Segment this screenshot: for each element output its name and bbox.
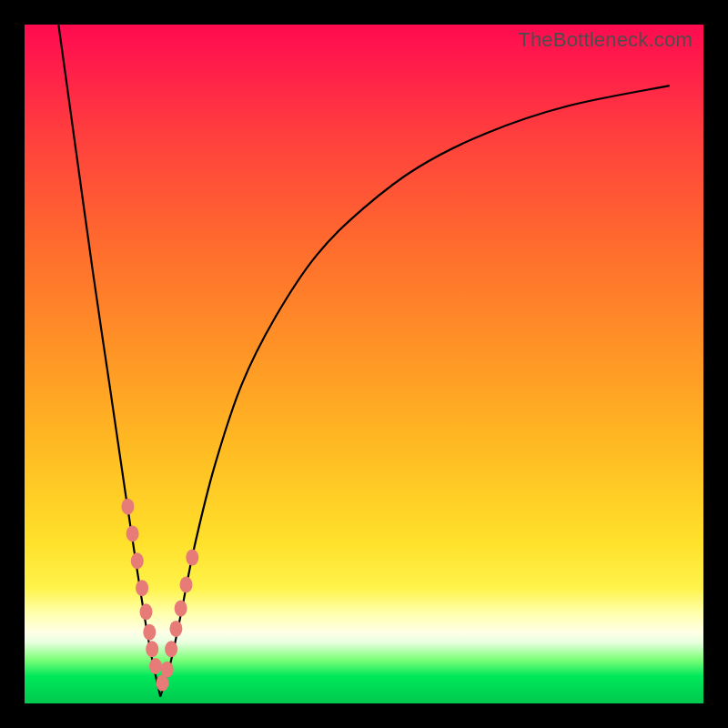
sample-marker xyxy=(126,526,139,542)
sample-marker xyxy=(161,662,174,678)
sample-marker xyxy=(140,603,153,620)
sample-marker xyxy=(180,577,193,593)
curve-left-branch xyxy=(58,25,160,697)
sample-marker xyxy=(131,552,144,569)
plot-area: TheBottleneck.com xyxy=(25,25,703,703)
sample-marker xyxy=(175,601,187,617)
chart-frame: TheBottleneck.com xyxy=(0,0,728,728)
sample-marker xyxy=(143,624,156,641)
curve-right-branch xyxy=(160,86,670,696)
watermark-text: TheBottleneck.com xyxy=(518,28,693,52)
sample-marker xyxy=(165,641,177,657)
sample-marker xyxy=(169,621,182,637)
sample-marker xyxy=(136,580,148,596)
sample-markers-group xyxy=(121,499,198,692)
sample-marker xyxy=(149,658,162,674)
sample-marker xyxy=(146,641,158,657)
bottleneck-curve-svg xyxy=(25,25,703,703)
sample-marker xyxy=(121,499,134,515)
sample-marker xyxy=(186,550,198,566)
